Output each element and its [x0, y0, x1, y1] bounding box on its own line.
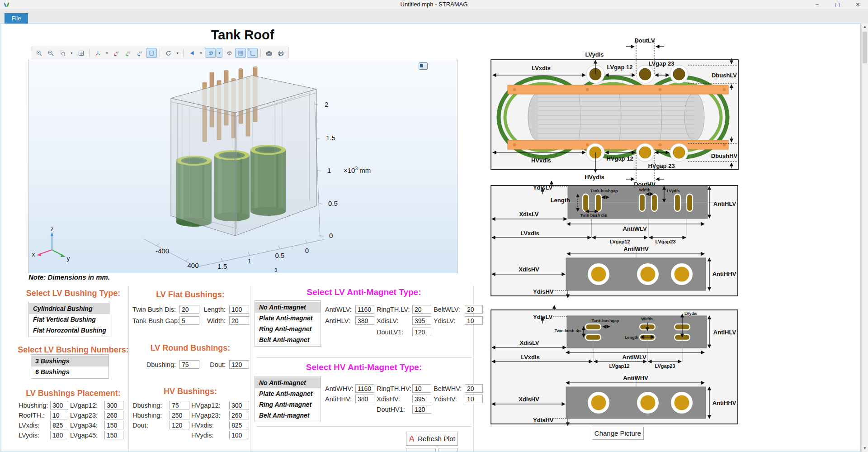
beltwlv-field[interactable] — [465, 305, 483, 314]
hvgap12-field[interactable] — [229, 401, 249, 409]
lv-bushing-type-header: Select LV Bushing Type: — [16, 289, 130, 298]
ringthlv-field[interactable] — [412, 305, 431, 314]
dbushing-hv-field[interactable] — [170, 401, 189, 409]
ydislv-field[interactable] — [465, 316, 483, 325]
tank-bush-gap-field[interactable] — [179, 316, 199, 325]
close-button[interactable]: ✕ — [848, 0, 868, 10]
lvgap23-field[interactable] — [104, 411, 123, 419]
view-xy-icon[interactable]: xy — [111, 48, 122, 58]
transformer-model — [171, 67, 316, 236]
list-item[interactable]: Belt Anti-magnet — [255, 334, 321, 345]
lv-placement-fields: Hbushing: LVgap12: RoofTH.: LVgap23: LVx… — [19, 401, 123, 439]
page-title: Tank Roof — [28, 28, 457, 43]
go-to-default-view-icon[interactable] — [92, 48, 103, 58]
scroll-up-arrow[interactable]: ▲ — [862, 24, 868, 31]
graphics-toolbar: ▾ ▾ xy yz xz ▾ ▾ ▾ — [31, 47, 289, 59]
antiwlv-field[interactable] — [355, 305, 374, 314]
list-item[interactable]: Cylindrical Bushing — [29, 303, 110, 314]
width-field[interactable] — [229, 316, 249, 325]
zoom-out-icon[interactable] — [45, 48, 56, 58]
twin-bush-dis-field[interactable] — [179, 305, 199, 314]
field-label: RoofTH.: — [19, 412, 48, 419]
list-item[interactable]: Ring Anti-magnet — [255, 399, 321, 410]
doutlv1-field[interactable] — [412, 328, 431, 336]
hvgap23-field[interactable] — [229, 411, 249, 419]
list-item[interactable]: Flat Vertical Bushing — [29, 314, 110, 325]
transparency-caret[interactable]: ▾ — [217, 48, 222, 58]
cut-off-field[interactable] — [439, 448, 458, 452]
graphics-canvas[interactable]: 2 1.5 1 0.5 0 ×103 mm -400 400 1.5 1 0.5… — [28, 60, 458, 273]
scene-light-caret[interactable]: ▾ — [198, 48, 204, 58]
scene-light-icon[interactable] — [186, 48, 197, 58]
hbushing-field[interactable] — [50, 401, 68, 409]
triad-y-label: y — [67, 255, 70, 262]
grid-icon[interactable] — [235, 48, 246, 58]
hv-bushings-fields: Dbushing: HVgap12: Hbushing: HVgap23: Do… — [132, 401, 249, 439]
scrollbar-thumb[interactable] — [863, 32, 867, 63]
hvxdis-field[interactable] — [229, 421, 249, 429]
maximize-button[interactable]: ▢ — [827, 0, 848, 10]
list-item[interactable]: Plate Anti-magnet — [255, 313, 321, 324]
zoom-extents-icon[interactable] — [75, 48, 86, 58]
field-label: Hbushing: — [19, 402, 48, 409]
x-tick: 400 — [187, 262, 198, 269]
hvydis-field[interactable] — [229, 431, 249, 439]
list-item[interactable]: Plate Anti-magnet — [255, 388, 321, 399]
divider — [250, 285, 250, 452]
field-label: Dout: — [201, 361, 227, 368]
xdislv-field[interactable] — [412, 316, 431, 325]
lvxdis-field[interactable] — [50, 421, 68, 429]
douthv1-field[interactable] — [412, 405, 431, 414]
ringthhv-field[interactable] — [412, 384, 431, 393]
hbushing-hv-field[interactable] — [170, 411, 189, 419]
lvgap45-field[interactable] — [104, 431, 123, 439]
list-item[interactable]: 3 Bushings — [31, 356, 108, 366]
list-item[interactable]: 6 Bushings — [31, 366, 108, 377]
antihlv-field[interactable] — [355, 316, 374, 325]
scroll-down-arrow[interactable]: ▼ — [862, 445, 868, 452]
dbushing-lv-field[interactable] — [179, 360, 199, 369]
list-item[interactable]: No Anti-magnet — [255, 302, 321, 313]
dim-label: LVydis — [684, 311, 698, 316]
xdishv-field[interactable] — [412, 395, 431, 403]
dout-lv-field[interactable] — [229, 360, 249, 369]
print-icon[interactable] — [275, 48, 286, 58]
view-yz-icon[interactable]: yz — [123, 48, 133, 58]
orthographic-projection-icon[interactable] — [146, 48, 157, 58]
zoom-box-caret[interactable]: ▾ — [69, 48, 75, 58]
change-picture-button[interactable]: Change Picture — [592, 427, 644, 440]
rotate-icon[interactable] — [163, 48, 174, 58]
file-tab[interactable]: File — [5, 13, 28, 24]
axes-icon[interactable] — [247, 48, 258, 58]
cut-off-field[interactable] — [406, 448, 436, 452]
list-item[interactable]: Ring Anti-magnet — [255, 324, 321, 334]
minimize-button[interactable]: – — [807, 0, 827, 10]
view-xz-icon[interactable]: xz — [134, 48, 145, 58]
antihhv-field[interactable] — [355, 395, 374, 403]
dim-label: LVxdis — [521, 354, 540, 361]
plot-overlay-icon[interactable] — [419, 62, 428, 70]
zoom-box-icon[interactable] — [57, 48, 68, 58]
rotate-caret[interactable]: ▾ — [175, 48, 180, 58]
list-item[interactable]: Flat Horozontal Bushing — [29, 325, 110, 336]
list-item[interactable]: Belt Anti-magnet — [255, 410, 321, 421]
image-snapshot-icon[interactable] — [264, 48, 274, 58]
zoom-in-icon[interactable] — [33, 48, 44, 58]
transparency-icon[interactable] — [205, 48, 216, 58]
lvgap12-field[interactable] — [104, 401, 123, 409]
vertical-scrollbar[interactable]: ▲ ▼ — [861, 24, 868, 452]
roofth-field[interactable] — [50, 411, 68, 419]
ydishv-field[interactable] — [465, 395, 483, 403]
lvydis-field[interactable] — [50, 431, 68, 439]
refresh-plot-button[interactable]: Refresh Plot — [406, 432, 458, 446]
wireframe-icon[interactable] — [223, 48, 234, 58]
svg-text:yz: yz — [127, 51, 131, 54]
list-item[interactable]: No Anti-magnet — [255, 377, 321, 388]
length-field[interactable] — [229, 305, 249, 314]
go-to-view-caret[interactable]: ▾ — [104, 48, 110, 58]
antiwhv-field[interactable] — [355, 384, 374, 393]
beltwhv-field[interactable] — [465, 384, 483, 393]
dout-hv-field[interactable] — [170, 421, 189, 429]
field-label: Dbushing: — [132, 402, 168, 409]
lvgap34-field[interactable] — [104, 421, 123, 429]
